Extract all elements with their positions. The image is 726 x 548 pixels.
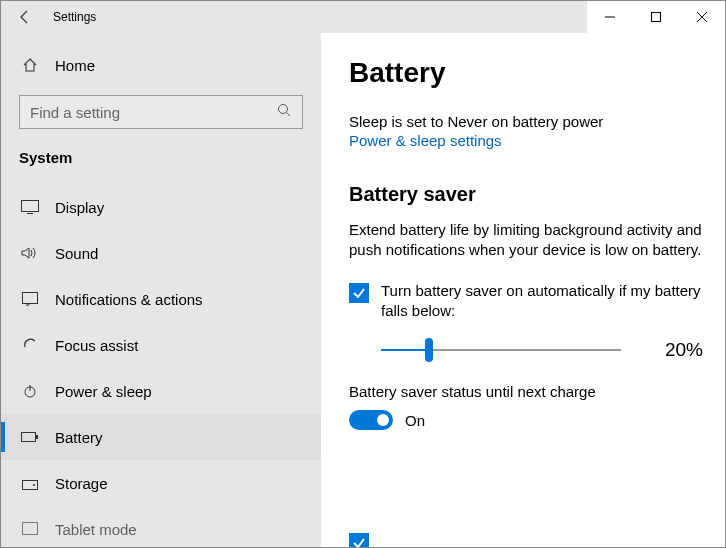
svg-rect-13: [23, 481, 38, 490]
nav-label: Sound: [55, 245, 98, 262]
saver-toggle[interactable]: [349, 410, 393, 430]
svg-point-4: [279, 105, 288, 114]
nav-sound[interactable]: Sound: [1, 230, 321, 276]
svg-point-14: [33, 484, 35, 486]
nav-tablet-mode[interactable]: Tablet mode: [1, 506, 321, 548]
home-label: Home: [55, 57, 95, 74]
search-input[interactable]: [30, 104, 276, 121]
power-sleep-link[interactable]: Power & sleep settings: [349, 132, 703, 149]
display-icon: [19, 200, 41, 214]
search-box[interactable]: [19, 95, 303, 129]
auto-saver-label: Turn battery saver on automatically if m…: [381, 281, 703, 322]
battery-icon: [19, 431, 41, 443]
slider-thumb[interactable]: [425, 338, 433, 362]
svg-rect-15: [23, 523, 38, 535]
svg-rect-6: [22, 201, 39, 212]
nav-notifications[interactable]: Notifications & actions: [1, 276, 321, 322]
home-icon: [19, 57, 41, 73]
nav-focus-assist[interactable]: Focus assist: [1, 322, 321, 368]
svg-rect-12: [36, 435, 38, 439]
sleep-note: Sleep is set to Never on battery power: [349, 113, 703, 130]
nav-label: Focus assist: [55, 337, 138, 354]
sound-icon: [19, 246, 41, 260]
svg-line-5: [287, 113, 291, 117]
storage-icon: [19, 476, 41, 490]
svg-rect-11: [22, 433, 36, 442]
nav-power-sleep[interactable]: Power & sleep: [1, 368, 321, 414]
minimize-button[interactable]: [587, 1, 633, 33]
page-title: Battery: [349, 57, 703, 89]
auto-saver-checkbox[interactable]: [349, 283, 369, 303]
nav-label: Storage: [55, 475, 108, 492]
nav-label: Notifications & actions: [55, 291, 203, 308]
home-nav[interactable]: Home: [1, 45, 321, 85]
partial-checkbox[interactable]: [349, 533, 369, 547]
threshold-value: 20%: [665, 339, 703, 361]
nav-label: Display: [55, 199, 104, 216]
focus-assist-icon: [19, 337, 41, 353]
svg-rect-8: [23, 293, 38, 304]
search-icon: [276, 102, 292, 122]
battery-saver-heading: Battery saver: [349, 183, 703, 206]
battery-saver-desc: Extend battery life by limiting backgrou…: [349, 220, 703, 261]
threshold-slider[interactable]: [381, 349, 621, 351]
section-label: System: [1, 143, 321, 184]
nav-label: Tablet mode: [55, 521, 137, 538]
svg-rect-1: [652, 13, 661, 22]
close-button[interactable]: [679, 1, 725, 33]
window-title: Settings: [53, 10, 96, 24]
tablet-icon: [19, 522, 41, 536]
nav-storage[interactable]: Storage: [1, 460, 321, 506]
saver-toggle-state: On: [405, 412, 425, 429]
back-button[interactable]: [1, 1, 49, 33]
power-icon: [19, 383, 41, 399]
saver-status-label: Battery saver status until next charge: [349, 383, 703, 400]
nav-display[interactable]: Display: [1, 184, 321, 230]
nav-battery[interactable]: Battery: [1, 414, 321, 460]
nav-label: Battery: [55, 429, 103, 446]
nav-label: Power & sleep: [55, 383, 152, 400]
notifications-icon: [19, 292, 41, 306]
maximize-button[interactable]: [633, 1, 679, 33]
